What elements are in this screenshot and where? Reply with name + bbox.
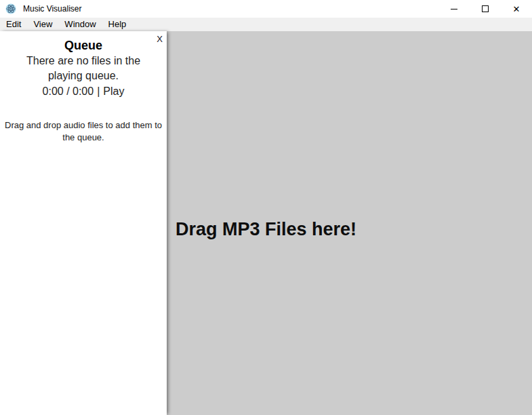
queue-panel: X Queue There are no files in the playin…: [0, 31, 167, 415]
transport-separator: |: [97, 85, 100, 97]
menu-item-edit[interactable]: Edit: [0, 18, 27, 31]
play-button[interactable]: Play: [103, 85, 124, 97]
queue-empty-message: There are no files in the playing queue.: [12, 54, 155, 83]
minimize-icon: [451, 9, 457, 9]
menu-item-view[interactable]: View: [27, 18, 58, 31]
queue-transport: 0:00 / 0:00|Play: [0, 84, 167, 99]
queue-hint: Drag and drop audio files to add them to…: [3, 119, 163, 144]
titlebar: Music Visualiser ✕: [0, 0, 532, 18]
time-display: 0:00 / 0:00: [43, 85, 94, 97]
window-title: Music Visualiser: [23, 4, 81, 14]
close-button[interactable]: ✕: [501, 0, 532, 18]
menubar: Edit View Window Help: [0, 18, 532, 31]
menu-item-window[interactable]: Window: [58, 18, 102, 31]
queue-title: Queue: [0, 39, 167, 53]
menu-item-help[interactable]: Help: [102, 18, 133, 31]
minimize-button[interactable]: [438, 0, 470, 18]
queue-close-button[interactable]: X: [157, 34, 163, 44]
maximize-icon: [482, 5, 489, 12]
close-icon: ✕: [513, 5, 520, 14]
drop-zone-canvas[interactable]: Drag MP3 Files here! X Queue There are n…: [0, 31, 532, 415]
maximize-button[interactable]: [470, 0, 501, 18]
app-icon: [5, 3, 16, 14]
